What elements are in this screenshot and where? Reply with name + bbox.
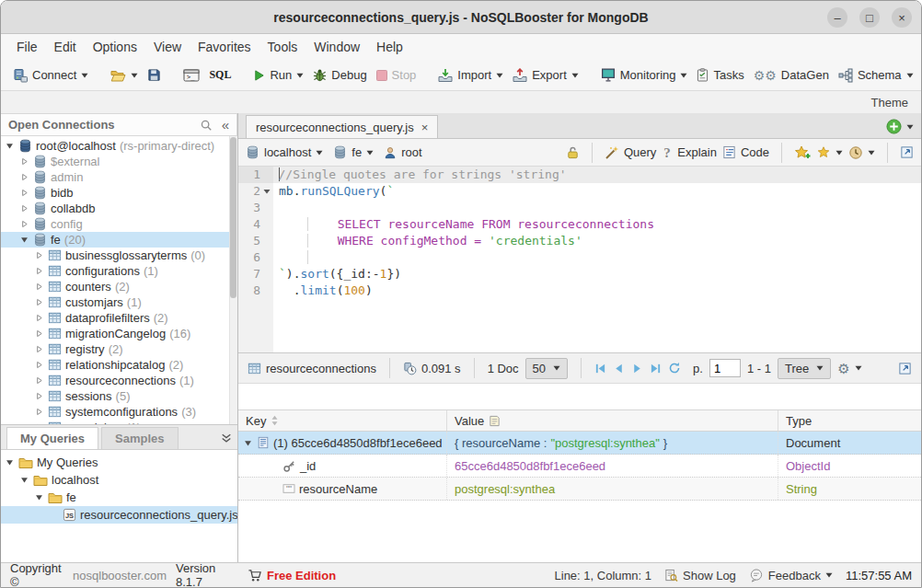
expander-open-icon[interactable] (34, 493, 44, 502)
connection-root-localhost[interactable]: root@localhost(rs-primary-direct) (1, 138, 229, 154)
sql-button[interactable]: SQL (204, 65, 236, 85)
connection-fe[interactable]: fe(20) (1, 232, 229, 248)
debug-button[interactable]: Debug (308, 65, 371, 85)
expander-closed-icon[interactable] (34, 329, 44, 338)
favorites-button[interactable] (816, 145, 843, 160)
connection-selector[interactable]: localhost (246, 145, 323, 159)
export-button[interactable]: Export (508, 65, 583, 86)
page-size-select[interactable]: 50 (525, 358, 568, 379)
code-line-1[interactable]: 1//Single quotes are for strings 'string… (238, 167, 921, 183)
open-file-button[interactable] (106, 66, 143, 85)
search-icon[interactable] (200, 119, 213, 132)
connection-businessglossaryterms[interactable]: businessglossaryterms(0) (1, 248, 229, 263)
explain-button[interactable]: ? Explain (662, 145, 717, 160)
expander-open-icon[interactable] (5, 142, 15, 150)
double-chevron-down-icon[interactable] (221, 432, 232, 444)
site-link[interactable]: nosqlbooster.com (73, 569, 167, 582)
shell-button[interactable]: >_ (179, 66, 204, 85)
scrollbar-track[interactable] (229, 136, 237, 424)
result-row-resourcename[interactable]: ""resourceNamepostgresql:syntheaString (238, 478, 921, 501)
expander-closed-icon[interactable] (34, 298, 44, 306)
connection-userclaims[interactable]: userclaims(1) (1, 420, 229, 424)
menu-help[interactable]: Help (368, 37, 411, 57)
results-settings-button[interactable]: ⚙ (837, 362, 861, 375)
expander-closed-icon[interactable] (34, 314, 44, 322)
cursor-position[interactable]: Line: 1, Column: 1 (555, 569, 652, 582)
connection-bidb[interactable]: bidb (1, 185, 229, 201)
title-bar[interactable]: resourceconnections_query.js - NoSQLBoos… (1, 1, 921, 34)
connection-systemconfigurations[interactable]: systemconfigurations(3) (1, 404, 229, 420)
connection--external[interactable]: $external (1, 154, 229, 169)
query-resourceconnections-query-js[interactable]: JSresourceconnections_query.js (1, 506, 237, 524)
code-editor[interactable]: 1//Single quotes are for strings 'string… (238, 167, 921, 352)
code-button[interactable]: Code (722, 145, 769, 159)
code-line-2[interactable]: 2mb.runSQLQuery(` (238, 183, 921, 200)
query-my-queries[interactable]: My Queries (1, 454, 237, 471)
maximize-button[interactable]: □ (859, 7, 880, 28)
run-button[interactable]: Run (248, 65, 308, 85)
datagen-button[interactable]: ⚙⚙ DataGen (749, 65, 834, 85)
tab-my-queries[interactable]: My Queries (6, 427, 98, 449)
code-line-3[interactable]: 3 (238, 200, 921, 216)
expander-closed-icon[interactable] (19, 220, 29, 228)
expander-closed-icon[interactable] (19, 204, 29, 213)
import-button[interactable]: Import (433, 65, 508, 86)
prev-page-button[interactable] (613, 363, 625, 375)
code-line-8[interactable]: 8 .limit(100) (238, 282, 921, 299)
theme-link[interactable]: Theme (871, 96, 908, 110)
save-button[interactable] (143, 65, 166, 85)
column-header-type[interactable]: Type (778, 410, 921, 431)
monitoring-button[interactable]: Monitoring (596, 65, 693, 85)
menu-edit[interactable]: Edit (46, 37, 85, 57)
connection-configurations[interactable]: configurations(1) (1, 263, 229, 279)
connection-counters[interactable]: counters(2) (1, 279, 229, 294)
refresh-icon[interactable] (668, 362, 681, 375)
connection-resourceconnections[interactable]: resourceconnections(1) (1, 373, 229, 388)
schema-button[interactable]: Schema (834, 65, 918, 86)
connect-button[interactable]: Connect (8, 65, 93, 86)
database-selector[interactable]: fe (333, 145, 374, 159)
connection-relationshipcatalog[interactable]: relationshipcatalog(2) (1, 357, 229, 373)
expander-open-icon[interactable] (19, 476, 29, 484)
connection-migrationcangelog[interactable]: migrationCangelog(16) (1, 326, 229, 341)
connection-config[interactable]: config (1, 216, 229, 232)
history-button[interactable] (848, 145, 875, 160)
code-line-7[interactable]: 7`).sort({_id:-1}) (238, 266, 921, 282)
expander-closed-icon[interactable] (34, 267, 44, 275)
expander-open-icon[interactable] (243, 439, 253, 447)
tab-resourceconnections-query[interactable]: resourceconnections_query.js × (246, 115, 438, 138)
expander-open-icon[interactable] (19, 236, 29, 244)
menu-tools[interactable]: Tools (259, 37, 306, 57)
expander-closed-icon[interactable] (19, 173, 29, 181)
result-row--1-65cce6d4850d8fbf1ece6eed[interactable]: (1) 65cce6d4850d8fbf1ece6eed{ resourceNa… (238, 432, 921, 455)
query-localhost[interactable]: localhost (1, 471, 237, 489)
code-line-4[interactable]: 4 SELECT resourceName FROM resourceconne… (238, 216, 921, 233)
new-tab-button[interactable] (886, 119, 902, 134)
menu-options[interactable]: Options (85, 37, 145, 57)
result-collection[interactable]: resourceconnections (248, 362, 376, 375)
menu-file[interactable]: File (8, 37, 46, 57)
connection-collabdb[interactable]: collabdb (1, 201, 229, 216)
column-header-key[interactable]: Key (238, 410, 447, 431)
page-number-input[interactable] (709, 359, 741, 377)
collapse-sidebar-icon[interactable]: « (222, 117, 229, 133)
tab-close-icon[interactable]: × (421, 121, 429, 134)
expander-closed-icon[interactable] (34, 251, 44, 259)
maximize-results-icon[interactable] (898, 362, 912, 375)
expander-closed-icon[interactable] (34, 408, 44, 416)
expander-closed-icon[interactable] (34, 345, 44, 353)
query-builder-button[interactable]: Query (605, 145, 656, 160)
connection-dataprofilefilters[interactable]: dataprofilefilters(2) (1, 310, 229, 326)
code-line-5[interactable]: 5 WHERE configMethod = 'credentials' (238, 233, 921, 249)
connection-admin[interactable]: admin (1, 169, 229, 185)
menu-view[interactable]: View (145, 37, 190, 57)
result-row--id[interactable]: _id65cce6d4850d8fbf1ece6eedObjectId (238, 455, 921, 478)
unlock-icon[interactable] (566, 145, 580, 160)
show-log-button[interactable]: Show Log (664, 569, 736, 582)
expander-closed-icon[interactable] (34, 376, 44, 385)
add-favorite-icon[interactable] (794, 145, 811, 160)
caret-down-icon[interactable] (906, 124, 914, 130)
code-line-6[interactable]: 6 (238, 249, 921, 266)
view-mode-select[interactable]: Tree (778, 358, 831, 379)
feedback-button[interactable]: Feedback (749, 569, 833, 582)
